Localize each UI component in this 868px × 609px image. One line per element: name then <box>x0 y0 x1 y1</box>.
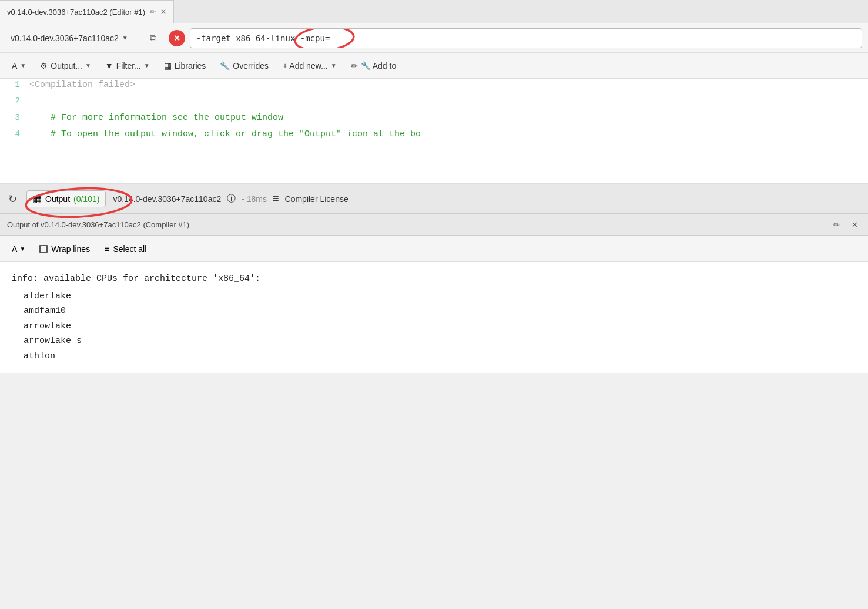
chevron-down-icon: ▼ <box>122 35 128 41</box>
code-line-1: 1 <Compilation failed> <box>0 79 868 95</box>
close-button[interactable]: ✕ <box>169 30 185 46</box>
mcpu-annotation: -mcpu= <box>300 33 330 43</box>
line-content: # To open the output window, click or dr… <box>29 129 868 139</box>
output-meta: v0.14.0-dev.3036+7ac110ac2 ⓘ - 18ms ≡ Co… <box>113 193 348 205</box>
line-content: <Compilation failed> <box>29 80 868 90</box>
line-number: 2 <box>0 96 29 106</box>
list-item: arrowlake_s <box>12 334 856 349</box>
close-icon[interactable]: ✕ <box>849 219 861 230</box>
compiler-license[interactable]: Compiler License <box>285 194 348 204</box>
tab-bar: v0.14.0-dev.3036+7ac110ac2 (Editor #1) ✏… <box>0 0 868 23</box>
libraries-button[interactable]: ▦ Libraries <box>158 58 212 73</box>
list-icon: ≡ <box>273 193 279 205</box>
chevron-down-icon: ▼ <box>85 62 91 69</box>
chevron-down-icon: ▼ <box>19 245 25 252</box>
list-icon: ▦ <box>33 193 42 204</box>
output-label: Output <box>45 194 70 204</box>
wrap-lines-checkbox[interactable] <box>39 245 48 253</box>
cpu-list: alderlake amdfam10 arrowlake arrowlake_s… <box>12 289 856 364</box>
pencil-icon: ✏ <box>351 61 358 70</box>
version-label: v0.14.0-dev.3036+7ac110ac2 <box>11 33 119 43</box>
panel-title: Output of v0.14.0-dev.3036+7ac110ac2 (Co… <box>7 220 825 229</box>
pencil-icon[interactable]: ✏ <box>150 8 156 16</box>
wrap-lines-button[interactable]: Wrap lines <box>35 242 95 256</box>
code-editor: 1 <Compilation failed> 2 3 # For more in… <box>0 79 868 184</box>
code-line-4: 4 # To open the output window, click or … <box>0 128 868 144</box>
select-all-button[interactable]: ≡ Select all <box>99 241 151 257</box>
action-toolbar: A ▼ ⚙ Output... ▼ ▼ Filter... ▼ ▦ Librar… <box>0 53 868 79</box>
filter-button[interactable]: ▼ Filter... ▼ <box>99 58 156 73</box>
output-tab-bar: ↻ ▦ Output (0/101) v0.14.0-dev.3036+7ac1… <box>0 184 868 214</box>
target-text-prefix: -target x86_64-linux <box>196 33 300 43</box>
refresh-icon: ↻ <box>8 193 17 205</box>
version-selector[interactable]: v0.14.0-dev.3036+7ac110ac2 ▼ <box>6 31 133 45</box>
menu-icon: ≡ <box>104 244 109 254</box>
code-line-3: 3 # For more information see the output … <box>0 112 868 128</box>
overrides-button[interactable]: 🔧 Overrides <box>214 58 274 73</box>
info-line: info: available CPUs for architecture 'x… <box>12 271 856 287</box>
output-content: info: available CPUs for architecture 'x… <box>0 262 868 373</box>
list-item: arrowlake <box>12 319 856 334</box>
wrench-icon: 🔧 <box>220 61 230 70</box>
output-sub-toolbar: A ▼ Wrap lines ≡ Select all <box>0 236 868 262</box>
top-toolbar: v0.14.0-dev.3036+7ac110ac2 ▼ ⧉ ✕ -target… <box>0 23 868 53</box>
chevron-down-icon: ▼ <box>20 62 26 69</box>
libraries-icon: ▦ <box>164 61 172 70</box>
line-number: 1 <box>0 80 29 89</box>
editor-tab[interactable]: v0.14.0-dev.3036+7ac110ac2 (Editor #1) ✏… <box>0 0 174 23</box>
chevron-down-icon: ▼ <box>331 62 337 69</box>
gear-icon: ⚙ <box>40 61 48 70</box>
external-link-icon[interactable]: ⧉ <box>143 28 164 49</box>
list-item: alderlake <box>12 289 856 304</box>
line-content: # For more information see the output wi… <box>29 113 868 123</box>
list-item: athlon <box>12 349 856 364</box>
pencil-icon[interactable]: ✏ <box>830 219 843 230</box>
output-settings-button[interactable]: ⚙ Output... ▼ <box>34 58 97 73</box>
font-size-button[interactable]: A ▼ <box>7 242 30 256</box>
line-number: 3 <box>0 113 29 122</box>
add-tool-button[interactable]: ✏ 🔧 Add to <box>345 58 403 73</box>
version-text: v0.14.0-dev.3036+7ac110ac2 <box>113 194 221 204</box>
refresh-button[interactable]: ↻ <box>6 190 19 208</box>
separator <box>138 30 138 46</box>
list-item: amdfam10 <box>12 304 856 319</box>
mcpu-text: -mcpu= <box>300 33 330 43</box>
filter-icon: ▼ <box>105 61 113 70</box>
output-tab[interactable]: ▦ Output (0/101) <box>26 190 106 207</box>
font-size-button[interactable]: A ▼ <box>6 58 32 73</box>
target-input-bar[interactable]: -target x86_64-linux -mcpu= <box>190 28 862 48</box>
line-number: 4 <box>0 129 29 139</box>
code-line-2: 2 <box>0 95 868 112</box>
chevron-down-icon: ▼ <box>144 62 150 69</box>
output-panel-header: Output of v0.14.0-dev.3036+7ac110ac2 (Co… <box>0 214 868 236</box>
output-count: (0/101) <box>73 194 99 204</box>
tab-title: v0.14.0-dev.3036+7ac110ac2 (Editor #1) <box>7 8 145 16</box>
info-icon: ⓘ <box>227 193 236 204</box>
add-new-button[interactable]: + Add new... ▼ <box>277 58 343 73</box>
close-icon[interactable]: ✕ <box>160 8 166 16</box>
compile-time: - 18ms <box>242 194 267 204</box>
